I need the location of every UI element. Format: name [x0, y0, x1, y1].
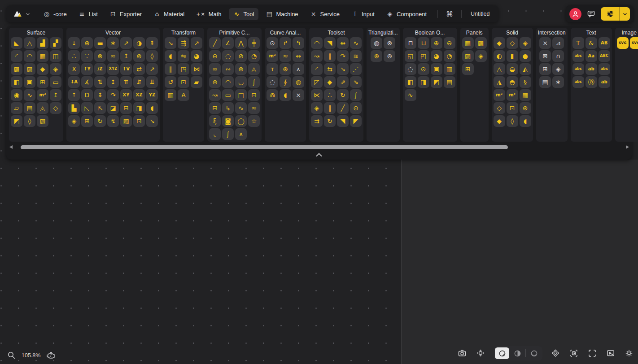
component-button[interactable]: ◍ — [371, 37, 382, 49]
component-button[interactable]: ◆ — [37, 63, 48, 75]
component-button[interactable]: ∾ — [222, 63, 234, 75]
component-button[interactable]: ⊖ — [444, 37, 455, 49]
menu-tab-input[interactable]: ⊺Input — [347, 8, 379, 20]
component-button[interactable]: ▦ — [520, 89, 531, 101]
component-button[interactable]: ▙ — [68, 102, 80, 114]
scroll-right-button[interactable] — [625, 144, 630, 150]
component-button[interactable]: ↨ — [94, 89, 106, 101]
component-button[interactable]: ◈ — [475, 50, 487, 62]
component-button[interactable]: m² — [267, 50, 278, 62]
frame-select-button[interactable] — [568, 348, 579, 359]
component-button[interactable]: ∧ — [235, 128, 247, 140]
component-button[interactable]: ⇱ — [94, 102, 106, 114]
component-button[interactable]: ↘ — [165, 37, 176, 49]
component-button[interactable]: ∿ — [405, 89, 416, 101]
component-button[interactable]: ⇘ — [350, 76, 362, 88]
component-button[interactable]: ◸ — [311, 76, 323, 88]
component-button[interactable]: ∫ — [248, 76, 260, 88]
component-button[interactable]: ◆ — [494, 37, 505, 49]
menu-tab-math[interactable]: +×Math — [192, 8, 226, 20]
component-button[interactable]: ◊ — [507, 115, 518, 127]
pan-zoom-button[interactable] — [475, 348, 486, 359]
component-button[interactable]: Aa — [586, 50, 597, 62]
settings-button[interactable] — [624, 348, 634, 359]
component-button[interactable]: ∡ — [81, 76, 93, 88]
component-button[interactable]: ↱ — [280, 37, 291, 49]
component-button[interactable]: ⊙ — [350, 102, 362, 114]
sliders-button[interactable] — [601, 7, 620, 21]
component-button[interactable]: ◑ — [133, 37, 145, 49]
component-button[interactable]: ⊞ — [539, 63, 551, 75]
component-button[interactable]: ⓐ — [586, 76, 597, 88]
component-button[interactable]: ◜ — [11, 50, 22, 62]
component-button[interactable]: XZ — [133, 89, 145, 101]
component-button[interactable]: ◇ — [494, 102, 505, 114]
component-button[interactable]: ▣ — [431, 63, 442, 75]
component-button[interactable]: ⊡ — [248, 89, 260, 101]
component-button[interactable]: ◡ — [235, 76, 247, 88]
component-button[interactable]: T — [572, 37, 584, 49]
component-button[interactable]: ⊡ — [178, 76, 189, 88]
component-button[interactable]: ◥ — [324, 37, 336, 49]
component-button[interactable]: ◐ — [494, 50, 505, 62]
component-button[interactable]: A — [178, 89, 189, 101]
component-button[interactable]: ab — [586, 63, 597, 75]
component-button[interactable]: ◓ — [507, 76, 518, 88]
component-button[interactable]: ↑Y — [81, 63, 93, 75]
scrollbar-thumb[interactable] — [21, 145, 508, 149]
component-button[interactable]: ▬ — [94, 37, 106, 49]
component-button[interactable]: ◈ — [311, 102, 323, 114]
component-button[interactable]: ⊔ — [418, 37, 429, 49]
component-button[interactable]: ⋉ — [311, 89, 323, 101]
component-button[interactable]: ▦ — [37, 50, 48, 62]
component-button[interactable]: ⊜ — [209, 76, 221, 88]
component-button[interactable]: ∥ — [165, 63, 176, 75]
menu-tab-core[interactable]: ◎-core — [39, 8, 71, 20]
component-button[interactable]: SVG — [630, 37, 638, 49]
component-button[interactable]: ≈ — [248, 102, 260, 114]
component-button[interactable]: ab — [599, 76, 610, 88]
component-button[interactable]: ◈ — [68, 115, 80, 127]
component-button[interactable]: XY — [120, 89, 132, 101]
component-button[interactable]: /Z — [94, 63, 106, 75]
component-button[interactable]: ⊖ — [209, 50, 221, 62]
component-button[interactable]: ⋒ — [267, 89, 278, 101]
component-button[interactable]: ⊛ — [371, 50, 382, 62]
component-button[interactable]: ⇈ — [120, 76, 132, 88]
component-button[interactable]: τ — [267, 63, 278, 75]
component-button[interactable]: ⊗ — [94, 50, 106, 62]
component-button[interactable]: ∿ — [350, 37, 362, 49]
component-button[interactable]: ∵ — [81, 50, 93, 62]
component-button[interactable]: ⇹ — [337, 37, 349, 49]
component-button[interactable]: △ — [24, 37, 35, 49]
menu-tab-list[interactable]: ≡List — [74, 8, 102, 20]
menu-tab-service[interactable]: ×Service — [306, 8, 344, 20]
component-button[interactable]: ⇅ — [94, 76, 106, 88]
component-button[interactable]: ◠ — [222, 76, 234, 88]
component-button[interactable]: ◈ — [50, 63, 61, 75]
component-button[interactable]: ↕A — [68, 76, 80, 88]
chat-icon[interactable] — [587, 10, 595, 18]
component-button[interactable]: ⊙ — [267, 37, 278, 49]
component-button[interactable]: m² — [37, 89, 48, 101]
component-button[interactable]: ⊚ — [133, 50, 145, 62]
component-button[interactable]: ⇋ — [178, 50, 189, 62]
component-button[interactable]: ◧ — [405, 76, 416, 88]
component-button[interactable]: ↻ — [337, 89, 349, 101]
component-button[interactable]: ◤ — [350, 115, 362, 127]
component-button[interactable]: ↥ — [50, 89, 61, 101]
menu-tab-tool[interactable]: ∿Tool — [229, 8, 259, 20]
component-button[interactable]: ◠ — [24, 50, 35, 62]
zoom-magnifier-icon[interactable] — [7, 351, 16, 360]
component-button[interactable]: ◫ — [50, 50, 61, 62]
tiles-button[interactable] — [550, 348, 561, 359]
menu-tab-machine[interactable]: ▤Machine — [261, 8, 302, 20]
scrollbar-track[interactable] — [14, 145, 624, 149]
component-button[interactable]: ◬ — [37, 102, 48, 114]
component-button[interactable]: ◇ — [50, 102, 61, 114]
component-button[interactable]: abc — [572, 76, 584, 88]
component-button[interactable]: ⊿ — [552, 37, 564, 49]
component-button[interactable]: ≂ — [107, 50, 119, 62]
component-button[interactable]: ╪ — [248, 37, 260, 49]
component-button[interactable]: ↕ — [107, 76, 119, 88]
